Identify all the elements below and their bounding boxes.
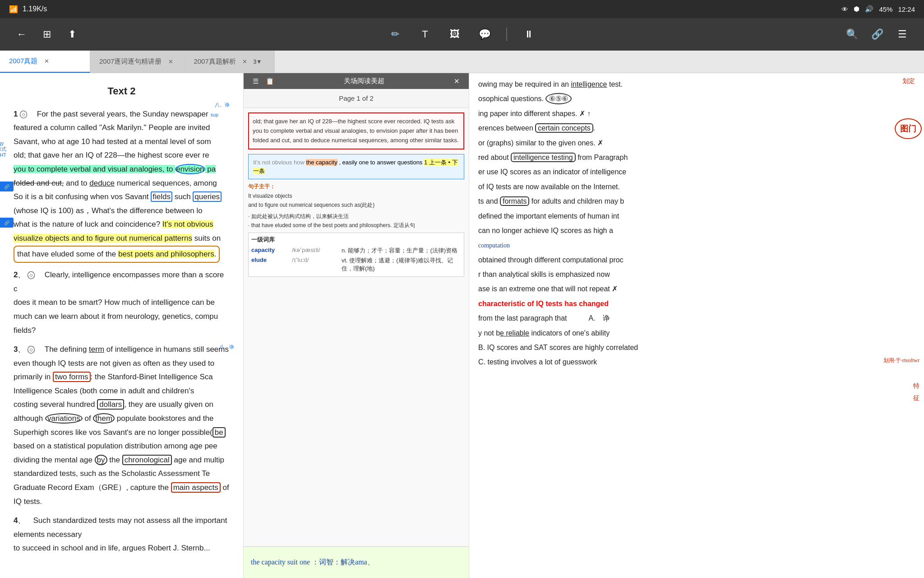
middle-text-box: old; that gave her an IQ of 228—the high…	[248, 112, 464, 149]
highlight-notobvious: It's not obvious	[162, 220, 213, 228]
hw-changed: has changed	[564, 300, 609, 308]
tab-label-analysis: 2007真题解析	[194, 57, 236, 66]
toolbar-left: ← ⊞ ⬆	[14, 26, 80, 42]
tab-2007-analysis[interactable]: 2007真题解析 3 ✕ ▼	[185, 51, 275, 73]
circle-intelligence-testing: intelligence testing	[511, 153, 576, 162]
content-area: 🔗 🔗 Text 2 八、诤 1 ○ For the past several …	[0, 73, 924, 578]
vocab-def-1: n. 能够力；才干；容量；生产量；(法律)资格	[342, 247, 461, 255]
right-line-4: erences between certain concepts.	[478, 121, 915, 135]
page-indicator-text: Page 1 of 2	[339, 94, 374, 102]
circle-formats: formats	[500, 196, 529, 206]
box-queries: queries	[193, 191, 222, 202]
strikethrough-text: folded and cut,	[14, 179, 64, 187]
vocab-section: 一级词库 capacity /kəˈpæsɪti/ n. 能够力；才干；容量；生…	[248, 233, 464, 277]
middle-text-para: old; that gave her an IQ of 228—the high…	[253, 117, 460, 145]
right-line-7: er use IQ scores as an indicator of inte…	[478, 165, 915, 179]
right-line-16: characteristic of IQ tests has changed	[478, 297, 915, 311]
annotation-sup: sup	[210, 112, 218, 117]
vocab-def-2: vt. 使理解难；逃避；(规律等)难以寻找、记住，理解(地)	[342, 256, 461, 273]
volume-icon: 🔊	[865, 5, 873, 13]
toolbar: ← ⊞ ⬆ ✏ T 🖼 💬 ⏸ 🔍 🔗 ☰	[0, 18, 924, 51]
left-panel: 🔗 🔗 Text 2 八、诤 1 ○ For the past several …	[0, 73, 244, 578]
menu-button[interactable]: ☰	[894, 26, 910, 42]
share-button[interactable]: ⬆	[64, 26, 80, 42]
toolbar-right: 🔍 🔗 ☰	[844, 26, 910, 42]
text-title: Text 2	[14, 82, 230, 100]
tab-num-analysis: 3	[253, 58, 256, 65]
annotation-p1: 八、诤	[215, 101, 230, 110]
highlight-visualize: visualize objects and to figure out nume…	[14, 234, 192, 242]
tab-close-lecture[interactable]: ✕	[166, 57, 175, 66]
eye-icon: 👁	[841, 5, 848, 13]
oval-poets: that have eluded some of the best poets …	[14, 246, 220, 263]
box-fields: fields	[151, 191, 172, 202]
tab-close-exam[interactable]: ✕	[42, 57, 51, 66]
analysis-item3: · that have eluded some of the best poet…	[248, 221, 464, 230]
right-line-15: ase is an extreme one that will not repe…	[478, 282, 915, 296]
paragraph-4: 4、 Such standardized tests may not asses…	[14, 514, 230, 555]
right-line-18: y not be reliable indicators of one's ab…	[478, 326, 915, 340]
vocab-title: 一级词库	[251, 236, 461, 244]
grid-button[interactable]: ⊞	[39, 26, 55, 42]
para-num-4: 4	[14, 516, 18, 525]
left-ann-analogy: 类比analogy类比形式VBRTHT	[0, 135, 6, 158]
vocab-phonetic-1: /kəˈpæsɪti/	[292, 247, 337, 255]
back-button[interactable]: ←	[14, 26, 30, 42]
tab-2007-exam[interactable]: 2007真题 ✕	[0, 51, 90, 73]
underline-intelligence: intelligence	[571, 80, 607, 88]
tab-2007-lecture[interactable]: 2007逐词逐句精讲册 ✕	[90, 51, 185, 73]
hw-top-right: 划定	[902, 75, 915, 88]
status-right: 👁 ⬢ 🔊 45% 12:24	[841, 5, 915, 13]
bottom-hw-text: the capacity suit one ：词智：解决ama、	[251, 558, 374, 567]
circle-mainaspects: main aspects	[171, 482, 221, 493]
right-line-11: can no longer achieve IQ scores as high …	[478, 224, 915, 238]
battery-level: 45%	[879, 5, 892, 13]
chat-tool-button[interactable]: 💬	[476, 26, 493, 42]
highlight-analogy: you to complete verbal and visual analog…	[14, 165, 175, 173]
image-tool-button[interactable]: 🖼	[447, 26, 463, 42]
circle-them: them	[93, 413, 115, 424]
link-button[interactable]: 🔗	[869, 26, 885, 42]
analysis-note: · 如此处被认为结构式结构，以来解决生活	[248, 212, 464, 221]
vocab-phonetic-2: /ɪˈluːd/	[292, 256, 337, 273]
highlight-envision: envision	[175, 164, 205, 174]
para-num-3: 3	[14, 345, 18, 354]
highlight-poets: best poets and philosophers	[118, 250, 214, 258]
vocab-row-1: capacity /kəˈpæsɪti/ n. 能够力；才干；容量；生产量；(法…	[251, 246, 461, 256]
sentence-rest: , easily one to answer questions	[337, 159, 424, 166]
hw-bottom-right: 特征	[913, 380, 919, 404]
analysis-item2: and to figure out numerical sequences su…	[248, 200, 464, 210]
circle-dollars: dollars	[97, 399, 124, 410]
right-line-9: ts and formats for adults and children m…	[478, 195, 915, 208]
page-indicator: Page 1 of 2	[244, 89, 469, 108]
circle-twoforms: two forms	[53, 372, 91, 382]
search-button[interactable]: 🔍	[844, 26, 860, 42]
tab-close-analysis[interactable]: ✕	[240, 57, 249, 66]
para-num-1: 1	[14, 110, 18, 118]
left-content: Text 2 八、诤 1 ○ For the past several year…	[0, 73, 243, 569]
tab-label-exam: 2007真题	[9, 57, 37, 65]
chinese-analysis: 句子主干： It visualize objects and to figure…	[248, 182, 464, 230]
pause-button[interactable]: ⏸	[521, 26, 537, 42]
middle-header-title: 关场阅读美超	[344, 77, 384, 85]
underline-deduce: deduce	[89, 179, 115, 187]
analysis-title: 句子主干：	[248, 182, 464, 191]
wifi-icon: 📶	[9, 5, 18, 14]
right-line-20: C. testing involves a lot of guesswork	[478, 355, 915, 369]
circle-variations: variations	[45, 413, 83, 424]
circle-be: be	[213, 427, 226, 438]
pen-tool-button[interactable]: ✏	[387, 26, 403, 42]
vocab-term-1: capacity	[251, 247, 287, 255]
paragraph-3: 3、 ○ The defining term of intelligence i…	[14, 343, 230, 508]
status-left: 📶 1.19K/s	[9, 5, 47, 14]
middle-content: old; that gave her an IQ of 228—the high…	[244, 108, 469, 577]
right-line-6: red about intelligence testing from Para…	[478, 151, 915, 164]
bullet-circle-2: ○	[28, 271, 35, 279]
middle-header-close[interactable]: ✕	[454, 77, 460, 85]
right-line-5: or (graphs) similar to the given ones. ✗	[478, 136, 915, 150]
toolbar-center: ✏ T 🖼 💬 ⏸	[94, 26, 830, 42]
analysis-item1: It visualize objects	[248, 191, 464, 200]
middle-header: ☰ 📋 关场阅读美超 ✕	[244, 73, 469, 89]
text-tool-button[interactable]: T	[417, 26, 433, 42]
right-line-14: r than analytical skills is emphasized n…	[478, 268, 915, 281]
